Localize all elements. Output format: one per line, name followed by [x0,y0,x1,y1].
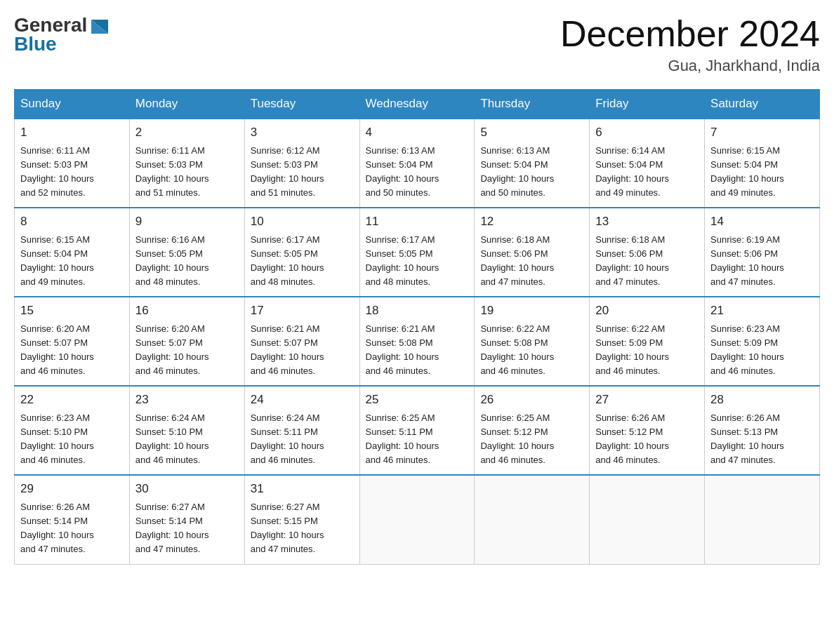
day-sun-info: Sunrise: 6:24 AMSunset: 5:11 PMDaylight:… [251,411,354,468]
day-number: 15 [20,302,124,320]
day-number: 26 [480,391,583,409]
day-number: 13 [595,213,699,231]
calendar-empty-cell [705,475,820,564]
calendar-day-cell: 15Sunrise: 6:20 AMSunset: 5:07 PMDayligh… [15,297,130,386]
weekday-header-friday: Friday [590,90,705,119]
calendar-day-cell: 8Sunrise: 6:15 AMSunset: 5:04 PMDaylight… [15,208,130,297]
calendar-week-row: 22Sunrise: 6:23 AMSunset: 5:10 PMDayligh… [15,386,820,475]
calendar-week-row: 15Sunrise: 6:20 AMSunset: 5:07 PMDayligh… [15,297,820,386]
day-number: 5 [480,123,583,142]
day-number: 9 [135,213,239,231]
calendar-day-cell: 17Sunrise: 6:21 AMSunset: 5:07 PMDayligh… [244,297,359,386]
calendar-day-cell: 4Sunrise: 6:13 AMSunset: 5:04 PMDaylight… [359,119,475,208]
day-sun-info: Sunrise: 6:17 AMSunset: 5:05 PMDaylight:… [366,233,469,290]
day-number: 30 [135,480,239,498]
calendar-day-cell: 26Sunrise: 6:25 AMSunset: 5:12 PMDayligh… [475,386,590,475]
calendar-day-cell: 9Sunrise: 6:16 AMSunset: 5:05 PMDaylight… [129,208,244,297]
location-subtitle: Gua, Jharkhand, India [560,57,820,75]
day-sun-info: Sunrise: 6:15 AMSunset: 5:04 PMDaylight:… [710,144,814,201]
calendar-day-cell: 6Sunrise: 6:14 AMSunset: 5:04 PMDaylight… [590,119,705,208]
calendar-day-cell: 2Sunrise: 6:11 AMSunset: 5:03 PMDaylight… [129,119,244,208]
weekday-header-tuesday: Tuesday [244,90,359,119]
day-number: 14 [710,213,814,231]
day-number: 24 [251,391,354,409]
day-number: 28 [710,391,814,409]
day-number: 27 [595,391,699,409]
calendar-day-cell: 22Sunrise: 6:23 AMSunset: 5:10 PMDayligh… [15,386,130,475]
day-sun-info: Sunrise: 6:19 AMSunset: 5:06 PMDaylight:… [710,233,814,290]
calendar-day-cell: 19Sunrise: 6:22 AMSunset: 5:08 PMDayligh… [475,297,590,386]
calendar-day-cell: 30Sunrise: 6:27 AMSunset: 5:14 PMDayligh… [129,475,244,564]
day-number: 12 [480,213,583,231]
calendar-day-cell: 20Sunrise: 6:22 AMSunset: 5:09 PMDayligh… [590,297,705,386]
calendar-day-cell: 28Sunrise: 6:26 AMSunset: 5:13 PMDayligh… [705,386,820,475]
day-number: 21 [710,302,814,320]
day-number: 16 [135,302,239,320]
calendar-day-cell: 18Sunrise: 6:21 AMSunset: 5:08 PMDayligh… [359,297,475,386]
day-sun-info: Sunrise: 6:23 AMSunset: 5:10 PMDaylight:… [20,411,124,468]
month-year-title: December 2024 [560,14,820,54]
day-number: 4 [366,123,469,142]
day-sun-info: Sunrise: 6:25 AMSunset: 5:11 PMDaylight:… [366,411,469,468]
day-sun-info: Sunrise: 6:26 AMSunset: 5:13 PMDaylight:… [710,411,814,468]
title-section: December 2024 Gua, Jharkhand, India [560,14,820,75]
day-number: 19 [480,302,583,320]
day-sun-info: Sunrise: 6:21 AMSunset: 5:07 PMDaylight:… [251,322,354,379]
day-sun-info: Sunrise: 6:11 AMSunset: 5:03 PMDaylight:… [135,144,239,201]
day-sun-info: Sunrise: 6:26 AMSunset: 5:12 PMDaylight:… [595,411,699,468]
weekday-header-sunday: Sunday [15,90,130,119]
calendar-empty-cell [359,475,475,564]
calendar-day-cell: 16Sunrise: 6:20 AMSunset: 5:07 PMDayligh… [129,297,244,386]
logo-icon [88,17,111,36]
day-sun-info: Sunrise: 6:18 AMSunset: 5:06 PMDaylight:… [595,233,699,290]
calendar-day-cell: 5Sunrise: 6:13 AMSunset: 5:04 PMDaylight… [475,119,590,208]
day-sun-info: Sunrise: 6:12 AMSunset: 5:03 PMDaylight:… [251,144,354,201]
day-sun-info: Sunrise: 6:13 AMSunset: 5:04 PMDaylight:… [366,144,469,201]
calendar-day-cell: 31Sunrise: 6:27 AMSunset: 5:15 PMDayligh… [244,475,359,564]
calendar-day-cell: 11Sunrise: 6:17 AMSunset: 5:05 PMDayligh… [359,208,475,297]
calendar-week-row: 1Sunrise: 6:11 AMSunset: 5:03 PMDaylight… [15,119,820,208]
day-sun-info: Sunrise: 6:18 AMSunset: 5:06 PMDaylight:… [480,233,583,290]
day-number: 23 [135,391,239,409]
day-number: 22 [20,391,124,409]
day-sun-info: Sunrise: 6:20 AMSunset: 5:07 PMDaylight:… [20,322,124,379]
calendar-day-cell: 13Sunrise: 6:18 AMSunset: 5:06 PMDayligh… [590,208,705,297]
day-sun-info: Sunrise: 6:27 AMSunset: 5:15 PMDaylight:… [251,500,354,557]
calendar-day-cell: 25Sunrise: 6:25 AMSunset: 5:11 PMDayligh… [359,386,475,475]
day-sun-info: Sunrise: 6:24 AMSunset: 5:10 PMDaylight:… [135,411,239,468]
day-number: 18 [366,302,469,320]
calendar-week-row: 29Sunrise: 6:26 AMSunset: 5:14 PMDayligh… [15,475,820,564]
day-sun-info: Sunrise: 6:21 AMSunset: 5:08 PMDaylight:… [366,322,469,379]
day-sun-info: Sunrise: 6:23 AMSunset: 5:09 PMDaylight:… [710,322,814,379]
calendar-day-cell: 14Sunrise: 6:19 AMSunset: 5:06 PMDayligh… [705,208,820,297]
calendar-day-cell: 24Sunrise: 6:24 AMSunset: 5:11 PMDayligh… [244,386,359,475]
day-sun-info: Sunrise: 6:14 AMSunset: 5:04 PMDaylight:… [595,144,699,201]
day-number: 29 [20,480,124,498]
day-sun-info: Sunrise: 6:13 AMSunset: 5:04 PMDaylight:… [480,144,583,201]
day-number: 6 [595,123,699,142]
day-sun-info: Sunrise: 6:26 AMSunset: 5:14 PMDaylight:… [20,500,124,557]
weekday-header-thursday: Thursday [475,90,590,119]
day-sun-info: Sunrise: 6:20 AMSunset: 5:07 PMDaylight:… [135,322,239,379]
day-sun-info: Sunrise: 6:22 AMSunset: 5:08 PMDaylight:… [480,322,583,379]
day-sun-info: Sunrise: 6:15 AMSunset: 5:04 PMDaylight:… [20,233,124,290]
calendar-empty-cell [475,475,590,564]
day-number: 20 [595,302,699,320]
calendar-week-row: 8Sunrise: 6:15 AMSunset: 5:04 PMDaylight… [15,208,820,297]
day-number: 2 [135,123,239,142]
weekday-header-saturday: Saturday [705,90,820,119]
day-number: 3 [251,123,354,142]
day-number: 25 [366,391,469,409]
day-number: 17 [251,302,354,320]
day-number: 11 [366,213,469,231]
calendar-day-cell: 12Sunrise: 6:18 AMSunset: 5:06 PMDayligh… [475,208,590,297]
weekday-header-row: SundayMondayTuesdayWednesdayThursdayFrid… [15,90,820,119]
page-header: General Blue December 2024 Gua, Jharkhan… [14,14,820,75]
day-sun-info: Sunrise: 6:22 AMSunset: 5:09 PMDaylight:… [595,322,699,379]
day-number: 8 [20,213,124,231]
weekday-header-monday: Monday [129,90,244,119]
weekday-header-wednesday: Wednesday [359,90,475,119]
calendar-day-cell: 21Sunrise: 6:23 AMSunset: 5:09 PMDayligh… [705,297,820,386]
day-sun-info: Sunrise: 6:16 AMSunset: 5:05 PMDaylight:… [135,233,239,290]
calendar-day-cell: 7Sunrise: 6:15 AMSunset: 5:04 PMDaylight… [705,119,820,208]
